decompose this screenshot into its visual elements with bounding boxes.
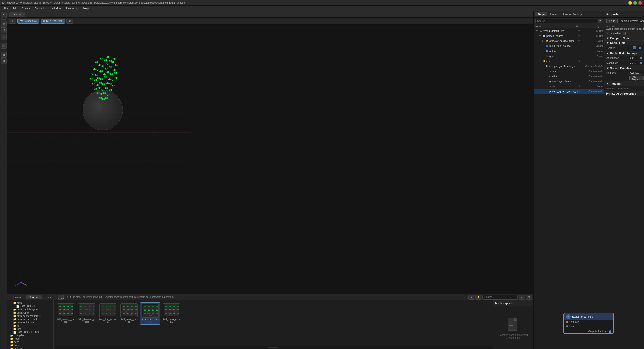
tab-console[interactable]: Console (9, 295, 25, 299)
perspective-button[interactable]: 📷 Perspective (17, 19, 39, 24)
section-header[interactable]: ▼ Radial Field Settings (604, 51, 644, 56)
eye-icon[interactable]: 👁 (578, 35, 580, 37)
content-scrollbar[interactable] (54, 346, 493, 349)
file-tree-item[interactable]: 📁 docs (7, 344, 53, 347)
stage-item[interactable]: ▶ 📦 attractor_source_cube 👁 Cube (534, 38, 604, 43)
tab-layer[interactable]: Layer (548, 12, 560, 16)
file-tree-item[interactable]: 📄 PACKAGE-LICE... (7, 305, 53, 308)
svg-text:GR: GR (135, 312, 137, 314)
svg-text:GR: GR (131, 305, 133, 307)
add-target-button[interactable]: Add Target(s) (629, 76, 644, 80)
stage-item[interactable]: 🔹 solver ComputeNode (534, 69, 604, 74)
content-search[interactable] (482, 295, 518, 300)
file-tree-item[interactable]: 📁 omni.particle.syste... (7, 308, 53, 311)
section-header[interactable]: ▼ Radial Field (604, 41, 644, 45)
stage-item-name: 🔹 geometry_replicator (535, 79, 580, 83)
camera-tool-button[interactable]: 🎥 (1, 43, 7, 49)
eye-icon[interactable]: 👁 (578, 85, 580, 87)
section-header[interactable]: ▼ Compute Node (604, 36, 644, 40)
snap-tool-button[interactable]: ⊞ (1, 52, 7, 58)
node-menu-button[interactable]: ··· (608, 315, 611, 319)
file-tree-item[interactable]: 📁 omni.scene.visualiz... (7, 318, 53, 321)
stage-item-type: XForm (580, 35, 603, 37)
file-tree-item[interactable]: 📁 omni.scene.visualiz... (7, 314, 53, 318)
scrollbar-thumb[interactable] (268, 347, 278, 348)
tab-content[interactable]: Content (26, 295, 42, 299)
checkpoints-icon: ▶ (495, 301, 497, 305)
stage-item[interactable]: 🔷 output Mesh (534, 48, 604, 54)
menu-create[interactable]: Create (20, 6, 32, 10)
eye-icon[interactable]: 👁 (578, 30, 580, 32)
content-item[interactable]: GRGRGRGRGRGRGRGRGRGRGRGR field_direction… (77, 302, 97, 325)
menu-edit[interactable]: Edit (11, 6, 19, 10)
filter-button[interactable]: ▼ (468, 295, 474, 300)
bookmark-button[interactable]: ⭐ (475, 295, 481, 300)
stage-item[interactable]: ▼ 🌐 World (defaultPrim) 👁 XForm (534, 28, 604, 33)
instanceable-checkbox[interactable] (623, 32, 626, 35)
prop-value[interactable]: 250.0 (629, 61, 639, 65)
content-item[interactable]: GRGRGRGRGRGRGRGRGRGRGRGR field_drag_gr.u… (98, 302, 118, 325)
file-tree-item[interactable]: 📁 omni (7, 301, 53, 305)
stage-filter-button[interactable]: ▼ (598, 19, 602, 23)
eye-button[interactable]: 👁 (66, 19, 73, 24)
minimize-button[interactable] (628, 1, 632, 5)
scale-tool-button[interactable]: ⤡ (1, 34, 7, 40)
file-tree-item[interactable]: 📁 .repo (7, 337, 53, 340)
section-header[interactable]: ▶ Raw USD Properties (604, 91, 644, 96)
file-tree-item[interactable]: 📁 deps (7, 340, 53, 344)
maximize-button[interactable] (633, 1, 637, 5)
add-property-button[interactable]: + Add (606, 19, 618, 23)
tab-stage[interactable]: Stage (535, 12, 547, 16)
file-tree-item[interactable]: 📄 PACKAGE-LICENSES (7, 331, 53, 334)
property-name-input[interactable] (619, 19, 644, 23)
rotate-tool-button[interactable]: ↺ (1, 27, 7, 33)
menu-file[interactable]: File (2, 6, 10, 10)
grid-view-button[interactable]: ⊞ (526, 295, 532, 300)
menu-animation[interactable]: Animation (33, 6, 49, 10)
stage-item[interactable]: 📐 geo Scope (534, 54, 604, 59)
content-item[interactable]: GRGRGRGRGRGRGRGRGRGRGRGR field_noise_gr.… (119, 302, 139, 325)
viewport-3d[interactable]: GRGRGRGRGRGRGRGRGRGRGRGRGRGRGRGRGRGRGRGR… (7, 25, 533, 294)
close-button[interactable] (638, 1, 642, 5)
file-tree-item[interactable]: 📁 omni.ramp (7, 311, 53, 314)
eye-icon[interactable]: 👁 (578, 60, 580, 62)
section-expand-icon: ▼ (606, 41, 609, 44)
tab-render-settings[interactable]: Render Settings (560, 12, 585, 16)
rtx-button[interactable]: ◉ RTX Real-time (41, 19, 65, 24)
stage-item[interactable]: ▼ ✨ effect 👁 (534, 59, 604, 64)
file-tree-item[interactable]: 📁 logs (7, 327, 53, 331)
stage-item[interactable]: 🔹 geometry_replicator ComputeNode (534, 79, 604, 84)
prop-checkbox[interactable] (633, 46, 636, 49)
file-tree-item[interactable]: 📁 kit (7, 324, 53, 327)
stage-search-input[interactable] (535, 19, 597, 23)
stage-item[interactable]: 🔹 emitter ComputeNode (534, 74, 604, 79)
file-tree-item[interactable]: 📁 .compiler (7, 334, 53, 337)
move-tool-button[interactable]: ⊕ (1, 21, 7, 27)
settings-button[interactable]: ⚙ (9, 19, 16, 24)
section-header[interactable]: ▼ Tagging (604, 81, 644, 86)
tab-blast[interactable]: Blast (43, 295, 55, 299)
stage-item[interactable]: ⚙ computegraphSettings ComputeGraphSr (534, 64, 604, 69)
pivot-tool-button[interactable]: ⊠ (1, 58, 7, 64)
menu-rendering[interactable]: Rendering (64, 6, 81, 10)
content-item[interactable]: GRGRGRGRGRGRGRGRGRGRGRGR field_destroy_g… (56, 302, 76, 325)
menu-help[interactable]: Help (81, 6, 91, 10)
stage-item[interactable]: ▼ 🅰 particle_source 👁 XForm (534, 33, 604, 38)
stage-item[interactable]: 🔹 sprite 👁 Mesh (534, 84, 604, 89)
port-particles-label: Particles (569, 321, 579, 323)
content-item[interactable]: GRGRGRGRGRGRGRGRGRGRGRGR field_radial_gr… (140, 302, 160, 325)
section-header[interactable]: ▼ Source Primitive (604, 66, 644, 70)
list-view-button[interactable]: ≡ (519, 295, 525, 300)
select-tool-button[interactable]: ↖ (1, 12, 7, 18)
stage-item[interactable]: 🔹 particle_system_radial_field ComputeNo… (534, 89, 604, 94)
content-item[interactable]: GRGRGRGRGRGRGRGRGRGRGRGR field_vortex_gr… (161, 302, 181, 325)
file-tree-item[interactable]: 📁 omni.script.prim (7, 321, 53, 324)
viewport-tab[interactable]: Viewport (9, 12, 25, 17)
import-button[interactable]: + Import (58, 295, 64, 300)
eye-icon[interactable]: 👁 (578, 40, 580, 42)
file-tree-item[interactable]: 📁 include (7, 347, 53, 349)
stage-item[interactable]: 🔵 radial_field_source Sphere (534, 43, 604, 48)
menu-window[interactable]: Window (50, 6, 63, 10)
prop-value[interactable]: /World/particle_source/radial_field_sour… (629, 71, 642, 75)
prop-value[interactable]: 0.0 (629, 56, 639, 60)
